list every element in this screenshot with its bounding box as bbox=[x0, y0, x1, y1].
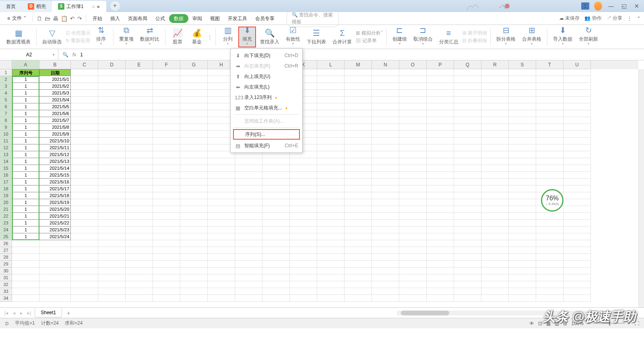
cell[interactable] bbox=[399, 240, 427, 247]
undo-icon[interactable]: ↶ bbox=[70, 15, 75, 22]
cell[interactable] bbox=[481, 227, 509, 233]
cell[interactable] bbox=[399, 213, 427, 220]
cell[interactable] bbox=[509, 261, 536, 268]
cell[interactable] bbox=[39, 281, 71, 288]
cell[interactable] bbox=[180, 144, 208, 151]
cell[interactable] bbox=[454, 295, 481, 302]
file-menu[interactable]: ≡ 文件 ˅ bbox=[3, 15, 30, 22]
cell[interactable] bbox=[317, 185, 345, 192]
cell[interactable] bbox=[126, 103, 153, 110]
cell[interactable]: 1 bbox=[12, 172, 39, 179]
cell[interactable] bbox=[536, 117, 564, 124]
cell[interactable] bbox=[427, 295, 454, 302]
cell[interactable] bbox=[39, 240, 71, 247]
cell[interactable] bbox=[427, 172, 454, 179]
cell[interactable] bbox=[180, 124, 208, 131]
cell[interactable] bbox=[317, 206, 345, 213]
cell[interactable] bbox=[126, 158, 153, 165]
more-icon[interactable]: ⋮ bbox=[627, 16, 632, 21]
cell[interactable] bbox=[564, 172, 591, 179]
cell[interactable] bbox=[126, 165, 153, 172]
text-to-columns-button[interactable]: ▥分列˅ bbox=[219, 27, 237, 47]
cell[interactable] bbox=[399, 261, 427, 268]
cell[interactable] bbox=[345, 281, 372, 288]
cell[interactable]: 2021/5/11 bbox=[39, 144, 71, 151]
cell[interactable] bbox=[208, 274, 235, 281]
cell[interactable] bbox=[454, 179, 481, 185]
cell[interactable] bbox=[536, 151, 564, 158]
cell[interactable] bbox=[372, 220, 399, 227]
row-header[interactable]: 12 bbox=[0, 144, 12, 151]
col-header[interactable]: M bbox=[345, 60, 372, 69]
cell[interactable] bbox=[98, 281, 126, 288]
cell[interactable] bbox=[509, 247, 536, 254]
cell[interactable] bbox=[536, 295, 564, 302]
fill-menu-item[interactable]: ⬇向下填充(D)Ctrl+D bbox=[231, 50, 302, 61]
cell[interactable] bbox=[71, 227, 98, 233]
cell[interactable] bbox=[481, 247, 509, 254]
cell[interactable] bbox=[345, 165, 372, 172]
cell[interactable]: 1 bbox=[12, 233, 39, 240]
row-header[interactable]: 7 bbox=[0, 110, 12, 117]
cell[interactable] bbox=[564, 220, 591, 227]
cell[interactable] bbox=[345, 268, 372, 274]
cell[interactable] bbox=[235, 240, 262, 247]
cell[interactable] bbox=[180, 185, 208, 192]
row-header[interactable]: 9 bbox=[0, 124, 12, 131]
cell[interactable] bbox=[536, 110, 564, 117]
cell[interactable] bbox=[454, 254, 481, 261]
fill-menu-item[interactable]: ⬅向左填充(L) bbox=[231, 82, 302, 92]
menu-页面布局[interactable]: 页面布局 bbox=[124, 12, 151, 25]
cell[interactable] bbox=[536, 172, 564, 179]
cell[interactable] bbox=[345, 185, 372, 192]
cell[interactable] bbox=[235, 288, 262, 295]
cell[interactable] bbox=[509, 185, 536, 192]
cell[interactable] bbox=[98, 90, 126, 97]
cell[interactable] bbox=[180, 233, 208, 240]
cell[interactable] bbox=[208, 281, 235, 288]
cell[interactable] bbox=[235, 261, 262, 268]
cell[interactable] bbox=[235, 179, 262, 185]
cell[interactable] bbox=[235, 281, 262, 288]
cell[interactable] bbox=[372, 240, 399, 247]
cell[interactable] bbox=[317, 274, 345, 281]
cell[interactable] bbox=[153, 261, 180, 268]
cell[interactable] bbox=[208, 220, 235, 227]
cell[interactable] bbox=[12, 274, 39, 281]
cell[interactable]: 1 bbox=[12, 110, 39, 117]
cell[interactable] bbox=[317, 288, 345, 295]
cell[interactable] bbox=[427, 274, 454, 281]
cell[interactable] bbox=[564, 192, 591, 199]
row-header[interactable]: 28 bbox=[0, 254, 12, 261]
cell[interactable]: 1 bbox=[12, 206, 39, 213]
fill-menu-item[interactable]: 123录入123序列♦ bbox=[231, 92, 302, 103]
row-header[interactable]: 32 bbox=[0, 281, 12, 288]
cell[interactable] bbox=[427, 179, 454, 185]
col-header[interactable]: A bbox=[12, 60, 39, 69]
cell[interactable] bbox=[481, 199, 509, 206]
cell[interactable] bbox=[153, 144, 180, 151]
cell[interactable] bbox=[372, 124, 399, 131]
cell[interactable] bbox=[262, 165, 290, 172]
add-tab-button[interactable]: + bbox=[110, 1, 120, 11]
cell[interactable] bbox=[481, 90, 509, 97]
cell[interactable] bbox=[98, 199, 126, 206]
cell[interactable] bbox=[71, 90, 98, 97]
tab-workbook[interactable]: S工作簿1○ ● bbox=[52, 1, 106, 12]
cell[interactable] bbox=[153, 274, 180, 281]
cell[interactable]: 2021/5/7 bbox=[39, 117, 71, 124]
cell[interactable] bbox=[454, 97, 481, 103]
row-header[interactable]: 30 bbox=[0, 268, 12, 274]
menu-会员专享[interactable]: 会员专享 bbox=[251, 12, 279, 25]
fill-menu-item[interactable]: 序列(S)... bbox=[233, 129, 300, 140]
cell[interactable] bbox=[180, 110, 208, 117]
cell[interactable] bbox=[180, 158, 208, 165]
cell[interactable] bbox=[153, 295, 180, 302]
cell[interactable] bbox=[345, 240, 372, 247]
cell[interactable] bbox=[427, 76, 454, 83]
cell[interactable] bbox=[126, 268, 153, 274]
cell[interactable] bbox=[372, 185, 399, 192]
cell[interactable] bbox=[126, 227, 153, 233]
cell[interactable] bbox=[317, 76, 345, 83]
row-header[interactable]: 13 bbox=[0, 151, 12, 158]
